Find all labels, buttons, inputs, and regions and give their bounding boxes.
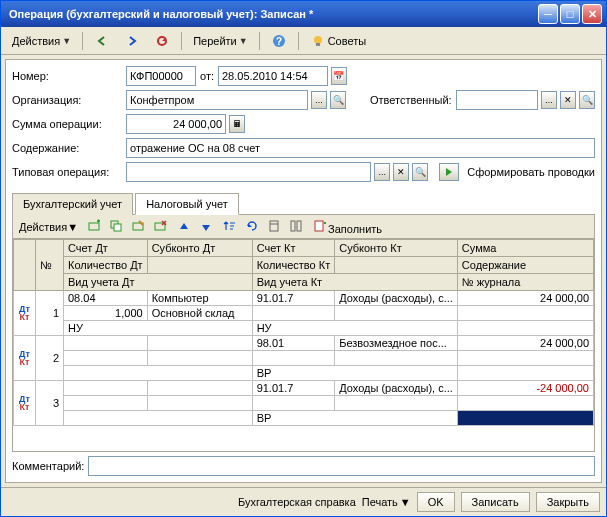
- table-row[interactable]: ВР: [14, 366, 594, 381]
- sum-field[interactable]: 24 000,00: [126, 114, 226, 134]
- filter-icon: [288, 218, 304, 234]
- arrow-left-icon: [94, 33, 110, 49]
- table-row[interactable]: ДтКт 3 91.01.7Доходы (расходы), с... -24…: [14, 381, 594, 396]
- settings-button[interactable]: [264, 217, 284, 236]
- org-select-button[interactable]: ...: [311, 91, 327, 109]
- window-title: Операция (бухгалтерский и налоговый учет…: [5, 8, 538, 20]
- goto-menu[interactable]: Перейти▼: [188, 32, 253, 50]
- table-row[interactable]: [14, 351, 594, 366]
- close-form-button[interactable]: Закрыть: [536, 492, 600, 512]
- refresh-grid-button[interactable]: [242, 217, 262, 236]
- col-kt-sub[interactable]: Субконто Кт: [335, 240, 458, 257]
- fill-button[interactable]: Заполнить: [310, 217, 384, 236]
- fill-icon: [312, 218, 328, 234]
- grid[interactable]: № Счет Дт Субконто Дт Счет Кт Субконто К…: [13, 239, 594, 451]
- sum-calc-button[interactable]: 🖩: [229, 115, 245, 133]
- arrow-right-icon: [124, 33, 140, 49]
- actions-menu[interactable]: Действия▼: [7, 32, 76, 50]
- table-row[interactable]: ДтКт 2 98.01Безвозмездное пос... 24 000,…: [14, 336, 594, 351]
- add-row-button[interactable]: [84, 217, 104, 236]
- typical-clear-button[interactable]: ✕: [393, 163, 409, 181]
- col-dt-acc[interactable]: Счет Дт: [64, 240, 148, 257]
- close-button[interactable]: ✕: [582, 4, 602, 24]
- comment-field[interactable]: [88, 456, 595, 476]
- date-field[interactable]: 28.05.2010 14:54: [218, 66, 328, 86]
- copy-row-button[interactable]: [106, 217, 126, 236]
- number-label: Номер:: [12, 70, 122, 82]
- resp-field[interactable]: [456, 90, 538, 110]
- maximize-button[interactable]: □: [560, 4, 580, 24]
- date-picker-button[interactable]: 📅: [331, 67, 347, 85]
- resp-label: Ответственный:: [370, 94, 452, 106]
- org-search-button[interactable]: 🔍: [330, 91, 346, 109]
- save-button[interactable]: Записать: [461, 492, 530, 512]
- content-field[interactable]: отражение ОС на 08 счет: [126, 138, 595, 158]
- org-label: Организация:: [12, 94, 122, 106]
- calendar-icon: 📅: [333, 71, 344, 81]
- svg-rect-7: [114, 224, 121, 231]
- col-kt-acc[interactable]: Счет Кт: [252, 240, 335, 257]
- svg-rect-12: [291, 221, 295, 231]
- help-icon: ?: [271, 33, 287, 49]
- svg-rect-14: [315, 221, 323, 231]
- svg-rect-10: [270, 221, 278, 231]
- ok-button[interactable]: OK: [417, 492, 455, 512]
- generate-entries-button[interactable]: [439, 163, 459, 181]
- search-icon: 🔍: [582, 95, 593, 105]
- calculator-icon: 🖩: [233, 119, 242, 129]
- number-field[interactable]: КФП00000: [126, 66, 196, 86]
- refresh-icon: [154, 33, 170, 49]
- filter-button[interactable]: [286, 217, 306, 236]
- org-field[interactable]: Конфетпром: [126, 90, 308, 110]
- col-content[interactable]: Содержание: [457, 257, 593, 274]
- typical-search-button[interactable]: 🔍: [412, 163, 428, 181]
- tab-body: Действия▼ Заполнить: [12, 215, 595, 452]
- resp-clear-button[interactable]: ✕: [560, 91, 576, 109]
- window: Операция (бухгалтерский и налоговый учет…: [0, 0, 607, 517]
- print-menu[interactable]: Печать▼: [362, 496, 411, 508]
- search-icon: 🔍: [333, 95, 344, 105]
- col-dt-qty[interactable]: Количество Дт: [64, 257, 148, 274]
- edit-row-button[interactable]: [128, 217, 148, 236]
- delete-row-button[interactable]: [150, 217, 170, 236]
- copy-icon: [108, 218, 124, 234]
- col-journal[interactable]: № журнала: [457, 274, 593, 291]
- advice-button[interactable]: Советы: [305, 30, 371, 52]
- arrow-up-icon: [176, 219, 192, 235]
- tab-tax[interactable]: Налоговый учет: [135, 193, 239, 215]
- svg-rect-4: [316, 43, 320, 46]
- nav-back-button[interactable]: [89, 30, 115, 52]
- delete-icon: [152, 218, 168, 234]
- table-row[interactable]: [14, 396, 594, 411]
- resp-search-button[interactable]: 🔍: [579, 91, 595, 109]
- col-dt-type[interactable]: Вид учета Дт: [64, 274, 253, 291]
- svg-text:?: ?: [276, 36, 282, 47]
- move-down-button[interactable]: [196, 218, 216, 236]
- table-row[interactable]: 1,000Основной склад: [14, 306, 594, 321]
- col-num[interactable]: №: [36, 240, 64, 291]
- sort-button[interactable]: [220, 217, 240, 236]
- typical-select-button[interactable]: ...: [374, 163, 390, 181]
- col-sum[interactable]: Сумма: [457, 240, 593, 257]
- table-row[interactable]: НУ НУ: [14, 321, 594, 336]
- typical-label: Типовая операция:: [12, 166, 122, 178]
- gear-icon: [266, 218, 282, 234]
- refresh-button[interactable]: [149, 30, 175, 52]
- move-up-button[interactable]: [174, 218, 194, 236]
- col-kt-type[interactable]: Вид учета Кт: [252, 274, 457, 291]
- table-row[interactable]: ВР: [14, 411, 594, 426]
- resp-select-button[interactable]: ...: [541, 91, 557, 109]
- minimize-button[interactable]: ─: [538, 4, 558, 24]
- ref-link[interactable]: Бухгалтерская справка: [238, 496, 356, 508]
- nav-forward-button[interactable]: [119, 30, 145, 52]
- sub-actions-menu[interactable]: Действия▼: [17, 220, 80, 234]
- col-kt-qty[interactable]: Количество Кт: [252, 257, 335, 274]
- typical-field[interactable]: [126, 162, 371, 182]
- help-button[interactable]: ?: [266, 30, 292, 52]
- generate-entries-label: Сформировать проводки: [467, 166, 595, 178]
- table-row[interactable]: ДтКт 1 08.04Компьютер 91.01.7Доходы (рас…: [14, 291, 594, 306]
- tab-buh[interactable]: Бухгалтерский учет: [12, 193, 133, 215]
- col-dt-sub[interactable]: Субконто Дт: [147, 240, 252, 257]
- sum-label: Сумма операции:: [12, 118, 122, 130]
- arrow-down-icon: [198, 219, 214, 235]
